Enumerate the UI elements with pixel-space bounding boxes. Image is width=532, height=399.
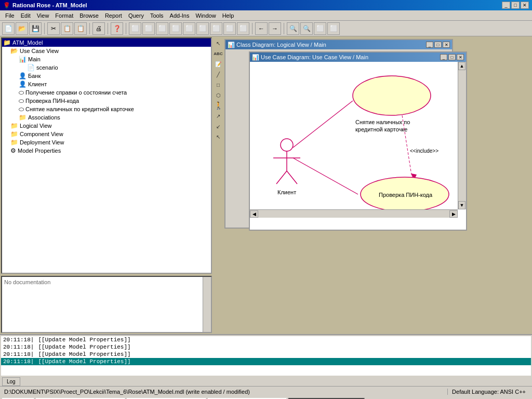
tb-tool5[interactable]: ⬜ [183,22,195,35]
menu-format[interactable]: Format [52,11,76,20]
window-controls: _ □ ✕ [502,2,529,9]
v-scrollbar[interactable]: ▲ ▼ [458,62,466,209]
zoom-out-button[interactable]: 🔍 [300,22,313,35]
tree-item-component[interactable]: 📁 Component View [2,130,211,138]
tree-item-getinfo[interactable]: ⬭ Получение справки о состоянии счета [2,88,211,97]
tree-item-withdraw[interactable]: ⬭ Снятие наличных по кредитной карточке [2,105,211,113]
cut-button[interactable]: ✂ [47,22,60,35]
tree-item-deployment[interactable]: 📁 Deployment View [2,138,211,147]
right-area: ↖ ABC 📝 ╱ □ ⬡ 🚶 ↗ ↙ ↖ 📊 Class Diagram: L… [213,36,532,334]
scroll-left[interactable]: ◀ [250,210,258,218]
scroll-down[interactable]: ▼ [458,201,466,209]
log-tab[interactable]: Log [2,377,20,386]
tree-item-modelprops[interactable]: ⚙ Model Properties [2,147,211,155]
folder-icon: 📁 [3,39,11,46]
tb-tool8[interactable]: ⬜ [223,22,236,35]
tree-item-main[interactable]: 📊 Main [2,55,211,63]
tree-label-scenario: scenario [36,64,58,71]
tb-tool10[interactable]: ⬜ [314,22,326,35]
log-content[interactable]: 20:11:18| [[Update Model Properties]] 20… [1,336,531,376]
print-button[interactable]: 🖨 [92,22,105,35]
menu-window[interactable]: Window [193,11,219,20]
tree-item-client[interactable]: 👤 Клиент [2,80,211,88]
tb-tool9[interactable]: ⬜ [237,22,249,35]
zoom-in-button[interactable]: 🔍 [287,22,299,35]
status-path: D:\DOKUMENT\PSIX\Proect_PO\Lekcii\Tema_6… [2,389,448,395]
uc-minimize[interactable]: _ [440,54,447,60]
h-scrollbar[interactable]: ◀ ▶ [250,209,458,218]
close-button[interactable]: ✕ [521,2,529,9]
usecase-canvas[interactable]: Снятие наличных по кредитной карточке <<… [250,62,466,218]
class-close[interactable]: ✕ [443,42,450,48]
new-button[interactable]: 📄 [2,22,15,35]
class-diagram-window[interactable]: 📊 Class Diagram: Logical View / Main _ □… [224,39,453,229]
scroll-right[interactable]: ▶ [449,210,458,218]
maximize-button[interactable]: □ [511,2,520,9]
usecase-icon: ⬭ [19,89,24,96]
diagram-icon: 📊 [19,56,26,63]
tree-item-bank[interactable]: 👤 Банк [2,72,211,80]
uc-close[interactable]: ✕ [457,54,464,60]
usecase-icon-title: 📊 [252,54,259,61]
uc-maximize[interactable]: □ [448,54,456,60]
usecase3-icon: ⬭ [19,105,24,113]
menu-file[interactable]: File [2,11,18,20]
doc-scrollbar[interactable] [203,277,211,332]
menu-query[interactable]: Query [125,11,147,20]
svg-text:Снятие наличных по: Снятие наличных по [355,119,410,125]
tb-tool4[interactable]: ⬜ [169,22,182,35]
note-tool[interactable]: 📝 [214,59,223,69]
class-minimize[interactable]: _ [426,42,433,48]
menu-view[interactable]: View [34,11,52,20]
tree-item-root[interactable]: 📁 ATM_Model [2,38,211,47]
arrow2-tool[interactable]: ↙ [214,122,223,131]
tree-label-bank: Банк [28,73,41,79]
arrow3-tool[interactable]: ↖ [214,132,223,141]
copy-button[interactable]: 📋 [61,22,73,35]
tree-item-logical[interactable]: 📁 Logical View [2,122,211,130]
select-tool[interactable]: ↖ [214,38,223,48]
tree-item-checkpin[interactable]: ⬭ Проверка ПИН-кода [2,97,211,105]
log-tabs: Log [0,377,532,386]
tree-label-deployment: Deployment View [20,139,64,145]
menu-tools[interactable]: Tools [147,11,167,20]
menu-help[interactable]: Help [219,11,237,20]
usecase-diagram-window[interactable]: 📊 Use Case Diagram: Use Case View / Main… [249,51,467,231]
back-button[interactable]: ← [255,22,268,35]
svg-text:<<include>>: <<include>> [410,148,438,154]
tb-tool1[interactable]: ⬜ [129,22,141,35]
tb-tool11[interactable]: ⬜ [327,22,340,35]
save-button[interactable]: 💾 [29,22,42,35]
minimize-button[interactable]: _ [502,2,510,9]
separator-5 [252,23,252,34]
actor-tool[interactable]: 🚶 [214,101,223,110]
box-tool[interactable]: □ [214,80,223,89]
text-tool[interactable]: ABC [214,49,223,58]
scroll-up[interactable]: ▲ [458,62,466,70]
log-row-3: 20:11:18| [[Update Model Properties]] [1,351,531,358]
help-context-button[interactable]: ❓ [111,22,123,35]
forward-button[interactable]: → [269,22,281,35]
tool5[interactable]: ⬡ [214,90,223,100]
scroll-track-h [258,211,449,217]
tree-view[interactable]: 📁 ATM_Model 📂 Use Case View 📊 Main 📄 sce… [1,37,212,274]
open-button[interactable]: 📂 [16,22,28,35]
tb-tool6[interactable]: ⬜ [196,22,209,35]
tree-item-assoc[interactable]: 📁 Associations [2,113,211,122]
tree-item-scenario[interactable]: 📄 scenario [2,63,211,72]
class-maximize[interactable]: □ [434,42,442,48]
tb-tool3[interactable]: ⬜ [156,22,168,35]
tb-tool2[interactable]: ⬜ [142,22,155,35]
menu-addins[interactable]: Add-Ins [167,11,193,20]
line-tool[interactable]: ╱ [214,70,223,79]
status-language: Default Language: ANSI C++ [448,389,530,395]
svg-text:Клиент: Клиент [277,189,296,195]
paste-button[interactable]: 📋 [74,22,87,35]
menu-report[interactable]: Report [102,11,125,20]
tree-item-usecase[interactable]: 📂 Use Case View [2,47,211,55]
taskbar: 🪟 Пуск 💻 Total Commander 5.50 - cat W te… [0,396,532,399]
arrow-tool[interactable]: ↗ [214,111,223,121]
menu-edit[interactable]: Edit [18,11,34,20]
tb-tool7[interactable]: ⬜ [210,22,222,35]
menu-browse[interactable]: Browse [76,11,102,20]
